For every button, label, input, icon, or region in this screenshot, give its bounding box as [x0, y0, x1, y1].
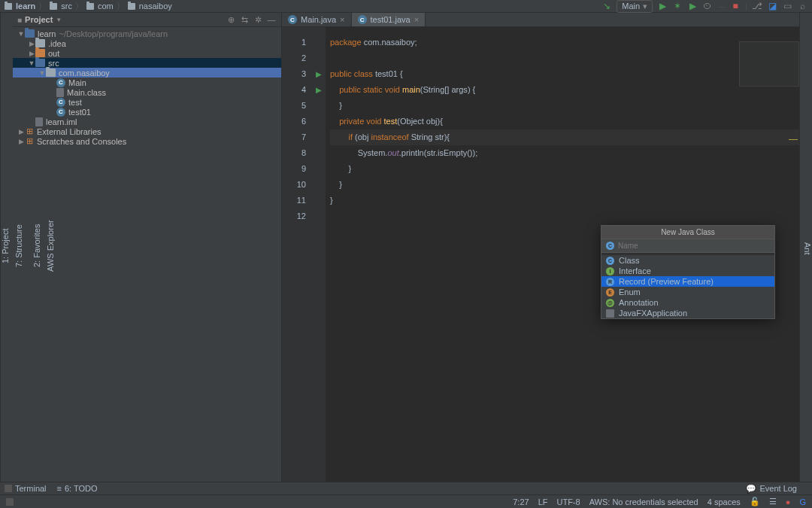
folder-icon [50, 3, 57, 10]
editor-tabs: CMain.java×Ctest01.java× [282, 13, 799, 27]
search-icon[interactable]: ⌕ [797, 1, 807, 11]
line-separator[interactable]: LF [538, 497, 548, 506]
editor-tab[interactable]: Ctest01.java× [352, 13, 426, 26]
update-icon[interactable]: ◪ [767, 1, 777, 11]
tree-node[interactable]: com.nasaiboy [13, 68, 281, 78]
tool-favorites[interactable]: 2: Favorites [32, 222, 41, 269]
error-stripe[interactable]: — [792, 41, 799, 482]
run-coverage-icon[interactable]: ▶ [687, 1, 698, 11]
close-tab-icon[interactable]: × [414, 15, 419, 24]
popup-kind-item[interactable]: CClass [601, 255, 774, 266]
build-icon[interactable]: ↘ [601, 1, 612, 11]
google-icon[interactable]: G [799, 497, 806, 506]
run-config-label: Main [622, 2, 640, 11]
gutter[interactable]: ▶▶ [312, 27, 326, 482]
popup-name-row: C [601, 239, 774, 253]
popup-kind-item[interactable]: IInterface [601, 266, 774, 276]
tree-node[interactable]: ⊞Scratches and Consoles [13, 136, 281, 146]
run-icon[interactable]: ▶ [657, 1, 668, 11]
warning-icon[interactable]: — [789, 132, 798, 148]
aws-status[interactable]: AWS: No credentials selected [589, 497, 698, 506]
tool-project[interactable]: 1: Project [1, 226, 10, 265]
breadcrumb-item[interactable]: nasaiboy [139, 2, 172, 11]
memory-icon[interactable]: ☰ [769, 497, 777, 506]
tree-node[interactable]: Main.class [13, 87, 281, 97]
popup-kind-item[interactable]: EEnum [601, 287, 774, 297]
bottom-toolbar: Terminal ≡6: TODO 💬Event Log [0, 482, 812, 494]
left-tool-strip: 1: Project 7: Structure 2: Favorites AWS… [0, 13, 13, 482]
caret-position[interactable]: 7:27 [513, 497, 529, 506]
sidebar-header: ■ Project ▼ ⊕ ⇆ ✲ — [13, 13, 281, 27]
line-numbers: 123456789101112 [282, 27, 312, 482]
eventlog-button[interactable]: 💬Event Log [746, 484, 797, 494]
navigation-bar: learn 〉 src 〉 com 〉 nasaiboy ↘ Main ▾ ▶ … [0, 0, 812, 13]
breadcrumb-item[interactable]: src [61, 2, 72, 11]
tree-node[interactable]: src [13, 58, 281, 68]
debug-icon[interactable]: ✶ [672, 1, 683, 11]
popup-kind-item[interactable]: JavaFXApplication [601, 308, 774, 318]
indent-status[interactable]: 4 spaces [707, 497, 741, 506]
tool-ant[interactable]: Ant [803, 240, 812, 257]
popup-kind-list[interactable]: CClassIInterfaceRRecord (Preview Feature… [601, 255, 774, 318]
right-tool-strip: Ant Database Word Book [799, 13, 812, 482]
tree-node[interactable]: ⊞External Libraries [13, 126, 281, 136]
close-tab-icon[interactable]: × [340, 15, 344, 24]
class-name-input[interactable] [618, 242, 770, 250]
editor-tab[interactable]: CMain.java× [282, 13, 352, 26]
popup-kind-item[interactable]: @Annotation [601, 297, 774, 308]
notification-icon[interactable]: ● [786, 497, 791, 506]
readonly-icon[interactable]: 🔓 [750, 497, 760, 506]
popup-kind-item[interactable]: RRecord (Preview Feature) [601, 276, 774, 287]
minimap[interactable] [739, 41, 799, 87]
breadcrumb-root[interactable]: learn [16, 2, 35, 11]
tree-node[interactable]: Ctest01 [13, 107, 281, 117]
editor-area: CMain.java×Ctest01.java× 123456789101112… [282, 13, 799, 482]
hide-icon[interactable]: — [266, 14, 277, 25]
tool-aws[interactable]: AWS Explorer [46, 217, 55, 274]
folder-icon [86, 3, 94, 10]
tree-node[interactable]: out [13, 48, 281, 58]
class-icon: C [606, 242, 614, 250]
sidebar-title: Project [25, 15, 53, 24]
collapse-icon[interactable]: ⊕ [226, 14, 236, 25]
status-toggle[interactable] [6, 498, 14, 506]
new-class-popup: New Java Class C CClassIInterfaceRRecord… [601, 225, 775, 319]
file-encoding[interactable]: UTF-8 [556, 497, 580, 506]
tool-structure[interactable]: 7: Structure [14, 222, 23, 269]
profile-icon[interactable]: ⏲ [702, 1, 713, 11]
tree-node[interactable]: learn.iml [13, 117, 281, 126]
settings-icon[interactable]: ✲ [253, 14, 263, 25]
select-opened-icon[interactable]: ⇆ [239, 14, 250, 25]
run-config-selector[interactable]: Main ▾ [617, 0, 653, 13]
tree-node[interactable]: CMain [13, 78, 281, 87]
popup-title: New Java Class [601, 226, 774, 239]
folder-icon [128, 3, 135, 10]
run-toolbar: ↘ Main ▾ ▶ ✶ ▶ ⏲ — ■ | ⎇ ◪ ▭ ⌕ [601, 0, 807, 13]
breadcrumb-item[interactable]: com [98, 2, 114, 11]
terminal-button[interactable]: Terminal [5, 484, 47, 493]
stop-icon[interactable]: ■ [730, 1, 741, 11]
todo-button[interactable]: ≡6: TODO [57, 484, 98, 493]
status-bar: 7:27 LF UTF-8 AWS: No credentials select… [0, 494, 812, 508]
git-icon[interactable]: ⎇ [752, 1, 762, 11]
tree-node[interactable]: .idea [13, 38, 281, 48]
tree-node[interactable]: learn~/Desktop/program/java/learn [13, 29, 281, 38]
folder-icon [5, 3, 12, 10]
breadcrumb[interactable]: learn 〉 src 〉 com 〉 nasaiboy [5, 1, 172, 12]
tree-node[interactable]: Ctest [13, 97, 281, 107]
ide-icon[interactable]: ▭ [782, 1, 792, 11]
